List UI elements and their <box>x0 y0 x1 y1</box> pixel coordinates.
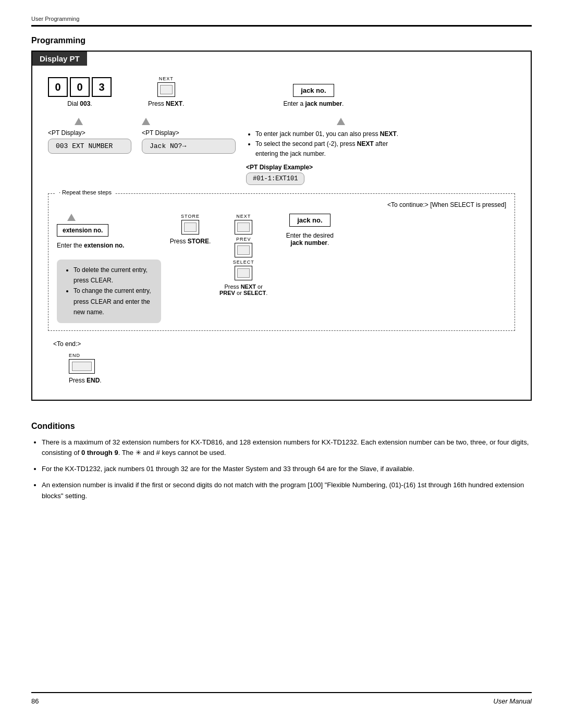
store-key-inner <box>184 223 197 232</box>
nav-desc: Press NEXT orPREV or SELECT. <box>219 283 267 296</box>
next-key2-label: NEXT <box>236 214 251 219</box>
end-key-wrapper: END Press END. <box>69 353 515 384</box>
prev-key-inner <box>237 245 250 255</box>
clear-note-2: To change the current entry, press CLEAR… <box>74 286 153 317</box>
ext-arrow-up <box>67 214 76 221</box>
next-key-desc: Press NEXT. <box>148 100 184 107</box>
prev-key-wrapper: PREV <box>235 237 252 257</box>
main-box: Display PT 0 0 3 Dial 003. NEXT <box>31 51 532 401</box>
programming-title: Programming <box>31 36 532 45</box>
condition-1: There is a maximum of 32 extension numbe… <box>42 437 532 459</box>
next-key-inner <box>160 85 173 94</box>
end-key-inner <box>72 362 92 371</box>
repeat-nav-col: NEXT PREV <box>219 214 267 296</box>
arrow3-wrapper <box>182 118 515 126</box>
arrows-row <box>48 118 515 126</box>
prev-key-box[interactable] <box>235 243 252 257</box>
dial-cell: 0 0 3 Dial 003. <box>48 77 112 107</box>
pt-example-label: <PT Display Example> <box>246 164 515 171</box>
repeat-box: · Repeat these steps <To continue:> [Whe… <box>48 193 515 331</box>
clear-note-box: To delete the current entry, press CLEAR… <box>57 260 161 323</box>
conditions-list: There is a maximum of 32 extension numbe… <box>31 437 532 502</box>
next-key2-inner <box>237 223 250 232</box>
end-key-desc: Press END. <box>69 377 102 384</box>
step-row-1: 0 0 3 Dial 003. NEXT Press NEXT. j <box>48 76 515 107</box>
arrow-up-3 <box>337 118 345 125</box>
prev-key-label: PREV <box>236 237 251 242</box>
footer-page-number: 86 <box>31 697 39 705</box>
repeat-left-col: extension no. Enter the extension no. To… <box>57 214 161 323</box>
store-key-label: STORE <box>181 214 200 219</box>
page: User Programming Programming Display PT … <box>0 0 563 728</box>
dial-desc: Dial 003. <box>67 100 92 107</box>
to-end-section: <To end:> END Press END. <box>53 340 515 384</box>
arrow2-wrapper <box>130 118 162 126</box>
top-label: User Programming <box>31 16 532 22</box>
dial-digit-0a: 0 <box>48 77 68 97</box>
pt-example-screen: #01-1:EXT101 <box>246 172 304 185</box>
top-rule <box>31 25 532 27</box>
dial-digit-3: 3 <box>92 77 112 97</box>
next-key-cell: NEXT Press NEXT. <box>148 76 184 107</box>
pt-display1-label: <PT Display> <box>48 129 131 137</box>
ext-no-desc: Enter the extension no. <box>57 242 124 249</box>
next-key2-box[interactable] <box>235 220 252 235</box>
select-key-box[interactable] <box>235 266 252 280</box>
clear-note-1: To delete the current entry, press CLEAR… <box>74 265 153 286</box>
conditions-section: Conditions There is a maximum of 32 exte… <box>31 422 532 507</box>
jack-no-right-desc: Enter the desiredjack number. <box>286 232 334 246</box>
pt-note-2: To select the second part (-2), press NE… <box>255 139 402 159</box>
ext-no-box: extension no. <box>57 224 108 237</box>
repeat-label: · Repeat these steps <box>56 189 115 195</box>
pt-notes-block: To enter jack number 01, you can also pr… <box>246 129 515 185</box>
pt-displays-row: <PT Display> 003 EXT NUMBER <PT Display>… <box>48 129 515 185</box>
continue-label: <To continue:> [When SELECT is pressed] <box>57 201 506 208</box>
pt-notes: To enter jack number 01, you can also pr… <box>246 129 402 159</box>
pt-display-1: <PT Display> 003 EXT NUMBER <box>48 129 131 154</box>
repeat-right-col: jack no. Enter the desiredjack number. <box>276 214 344 246</box>
pt-display-2: <PT Display> Jack NO?→ <box>142 129 236 154</box>
repeat-mid-col: STORE Press STORE. <box>169 214 211 245</box>
jack-no-right-box: jack no. <box>289 214 330 227</box>
main-box-inner: 0 0 3 Dial 003. NEXT Press NEXT. j <box>32 66 531 400</box>
dial-boxes: 0 0 3 <box>48 77 112 97</box>
ext-arrow-wrapper <box>57 214 161 222</box>
jack-no-cell: jack no. Enter a jack number. <box>283 84 344 107</box>
end-key-box[interactable] <box>69 359 95 374</box>
condition-3: An extension number is invalid if the fi… <box>42 480 532 502</box>
next-key-label: NEXT <box>159 76 174 81</box>
jack-no-box: jack no. <box>293 84 334 97</box>
arrow1-wrapper <box>48 118 109 126</box>
arrow-up-1 <box>75 118 83 125</box>
next-key-box[interactable] <box>157 82 175 97</box>
select-key-label: SELECT <box>233 260 254 265</box>
footer-manual-label: User Manual <box>493 697 532 705</box>
display-pt-header: Display PT <box>32 52 87 66</box>
conditions-title: Conditions <box>31 422 532 431</box>
end-key-label: END <box>69 353 80 358</box>
pt-display1-screen: 003 EXT NUMBER <box>48 139 131 154</box>
condition-2: For the KX-TD1232, jack numbers 01 throu… <box>42 464 532 475</box>
select-key-wrapper: SELECT <box>233 260 254 280</box>
select-key-inner <box>237 268 250 278</box>
jack-no-desc: Enter a jack number. <box>283 100 344 107</box>
pt-display2-screen: Jack NO?→ <box>142 139 236 154</box>
pt-display2-label: <PT Display> <box>142 129 236 137</box>
dial-digit-0b: 0 <box>70 77 90 97</box>
next-key2-wrapper: NEXT <box>235 214 252 235</box>
pt-note-1: To enter jack number 01, you can also pr… <box>255 129 402 139</box>
store-key-box[interactable] <box>181 220 199 235</box>
footer: 86 User Manual <box>31 692 532 707</box>
to-end-label: <To end:> <box>53 340 515 348</box>
arrow-up-2 <box>142 118 150 125</box>
repeat-cols: extension no. Enter the extension no. To… <box>57 214 506 323</box>
store-key-desc: Press STORE. <box>170 238 211 245</box>
